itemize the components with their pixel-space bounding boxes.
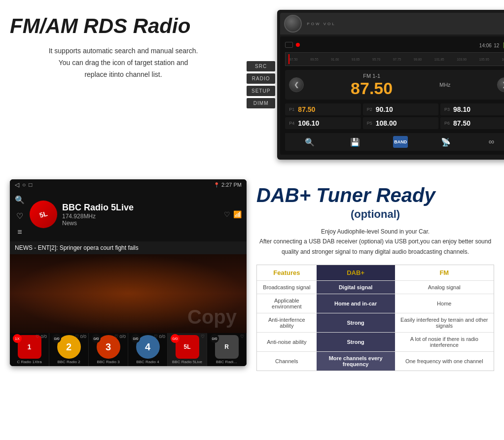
dab-channel-4-badge: 0/0	[131, 334, 140, 343]
freq-87: 87.50	[289, 58, 297, 61]
dab-station-type: News	[62, 220, 134, 227]
dab-heart-signal-area: ♡ 📶	[224, 210, 242, 218]
features-row-3: Anti-noise abilityStrongA lot of nosie i…	[257, 333, 494, 352]
freq-108: 108.00	[502, 58, 504, 61]
preset-p4[interactable]: P4 106.10	[285, 117, 360, 129]
preset-p4-label: P4	[289, 121, 296, 126]
dab-apps-icon: □	[29, 181, 32, 188]
col-features: Features	[257, 265, 317, 281]
dab-station-details: BBC Radio 5Live 174.928MHz News	[62, 203, 134, 227]
dab-desc-line1: Enjoy Audiophile-level Sound in your Car…	[321, 228, 430, 235]
dab-watermark: Copy	[187, 306, 237, 328]
radio-device-wrapper: SRC RADIO SETUP DIMM POW VOL IR	[247, 10, 504, 160]
radio-top-bar: POW VOL IR	[280, 13, 504, 34]
dab-channel-3[interactable]: 0/0 3 ♡ 0/0 BBC Radio 3	[89, 333, 128, 366]
radio-knob[interactable]	[284, 15, 302, 33]
freq-103: 103.90	[457, 58, 467, 61]
fmam-desc-line3: replace itinto channel list.	[84, 70, 162, 78]
features-row-2: Anti-interfernce abilityStrongEasily int…	[257, 313, 494, 333]
radio-device: POW VOL IR 14:06 1	[277, 10, 504, 160]
fmam-section: FM/AM RDS Radio It supports automatic se…	[0, 0, 504, 174]
dab-title: DAB+ Tuner Ready	[256, 184, 494, 206]
dab-desc-line2: After connecting a USB DAB receiver (opt…	[259, 238, 491, 245]
dab-news-text: NEWS - ENT[2]: Springer opera court figh…	[15, 244, 139, 251]
dab-subtitle: (optional)	[256, 208, 494, 221]
features-table: Features DAB+ FM Broadcasting signalDigi…	[257, 265, 494, 371]
radio-repeat-icon[interactable]: ∞	[484, 136, 499, 148]
col-dab: DAB+	[317, 265, 395, 281]
dab-status-left: ◁ ○ □	[15, 181, 33, 188]
preset-p3[interactable]: P3 98.10	[440, 103, 504, 115]
preset-p6-label: P6	[444, 121, 451, 126]
preset-p1[interactable]: P1 87.50	[285, 103, 360, 115]
dab-station-freq: 174.928MHz	[62, 213, 134, 220]
dab-search-icon[interactable]: 🔍	[15, 195, 25, 204]
radio-btn-setup[interactable]: SETUP	[247, 86, 275, 96]
radio-next-button[interactable]: ❯	[497, 77, 504, 92]
dab-ch6-logo-text: R	[224, 343, 229, 350]
dab-screen: ◁ ○ □ 📍 2:27 PM 🔍 ♡ ≡	[10, 179, 247, 366]
preset-p6[interactable]: P6 87.50	[440, 117, 504, 129]
radio-time: 14:06	[479, 43, 492, 48]
preset-p2[interactable]: P2 90.10	[363, 103, 438, 115]
features-cell-fm-2: Easily interfered by terrain and other s…	[395, 313, 494, 333]
fmam-desc-line1: It supports automatic search and manual …	[49, 47, 198, 55]
dab-content-area: 🔍 ♡ ≡ 5L BBC Radio 5Live 174.928MHz News	[10, 190, 247, 241]
dab-status-bar: ◁ ○ □ 📍 2:27 PM	[10, 179, 247, 190]
features-row-0: Broadcasting signalDigital signalAnalog …	[257, 281, 494, 294]
radio-btn-radio[interactable]: RADIO	[247, 73, 275, 84]
radio-presets: P1 87.50 P2 90.10 P3 98.10 P4	[285, 103, 504, 129]
dab-channel-2-badge: 0/0	[52, 334, 61, 343]
features-cell-fm-1: Home	[395, 294, 494, 313]
freq-95: 95.70	[372, 58, 380, 61]
dab-station-name: BBC Radio 5Live	[62, 203, 134, 213]
dab-ch6-name: BBC Radi…	[208, 360, 245, 364]
preset-p1-value: 87.50	[298, 105, 315, 113]
features-cell-dab-2: Strong	[317, 313, 395, 333]
radio-band-button[interactable]: BAND	[393, 136, 408, 148]
radio-time-display: 14:06 12 🔋 ↺	[479, 40, 504, 49]
dab-channels-bar: 1X 1 ♡ 0/0 C Radio 1Xtra 0/0 2 ♡ 0/0 BBC…	[10, 333, 247, 366]
dab-ch1-logo-text: 1	[28, 343, 32, 351]
dab-favorite-icon[interactable]: ♡	[224, 210, 230, 218]
radio-unit: MHz	[439, 82, 451, 88]
dab-menu-icon[interactable]: ≡	[17, 228, 22, 237]
dab-channel-4[interactable]: 0/0 4 ♡ 0/0 BBC Radio 4	[128, 333, 168, 366]
dab-channel-6[interactable]: 0/0 R ♡ BBC Radi…	[207, 333, 247, 366]
features-cell-dab-3: Strong	[317, 333, 395, 352]
dab-location-icon: 📍	[214, 182, 219, 188]
dab-background-image: Copy	[10, 254, 247, 333]
features-cell-feature-2: Anti-interfernce ability	[257, 313, 317, 333]
dab-ch4-name: BBC Radio 4	[129, 360, 166, 364]
features-table-wrapper: Features DAB+ FM Broadcasting signalDigi…	[256, 265, 494, 371]
radio-main-display: ❮ FM 1-1 87.50 MHz ❯	[285, 70, 504, 100]
radio-screen-icons-left	[285, 42, 300, 48]
features-cell-fm-3: A lot of nosie if there is radio interfe…	[395, 333, 494, 352]
freq-91: 91.60	[331, 58, 339, 61]
radio-btn-src[interactable]: SRC	[247, 61, 275, 71]
dab-home-icon: ○	[22, 181, 26, 188]
radio-pow-vol-label: POW VOL	[307, 22, 335, 26]
radio-prev-button[interactable]: ❮	[289, 77, 304, 92]
fmam-title: FM/AM RDS Radio	[10, 15, 237, 37]
preset-p2-value: 90.10	[376, 105, 393, 113]
radio-side-buttons: SRC RADIO SETUP DIMM	[247, 10, 275, 160]
dab-channel-5live[interactable]: 0/0 5L ♡ BBC Radio 5Live	[168, 333, 207, 366]
dab-heart-icon[interactable]: ♡	[16, 211, 23, 221]
freq-scale-bar: 87.50 89.55 91.60 93.65 95.70 97.75 99.8…	[285, 52, 504, 66]
dab-ch3-logo-text: 3	[106, 341, 111, 353]
fmam-desc-line2: You can drag the icon of target station …	[59, 59, 188, 67]
dab-channel-1xtra[interactable]: 1X 1 ♡ 0/0 C Radio 1Xtra	[10, 333, 49, 366]
dab-ch2-logo-text: 2	[66, 341, 72, 353]
preset-p5[interactable]: P5 108.00	[363, 117, 438, 129]
radio-btn-dimm[interactable]: DIMM	[247, 98, 275, 108]
dab-logo-text: 5L	[38, 209, 48, 219]
radio-save-icon[interactable]: 💾	[348, 136, 362, 148]
dab-ch2-name: BBC Radio 2	[50, 360, 87, 364]
radio-search-icon[interactable]: 🔍	[302, 136, 317, 148]
radio-signal-icon[interactable]: 📡	[438, 136, 453, 148]
dab-status-center: 📍 2:27 PM	[214, 182, 242, 188]
dab-channel-2[interactable]: 0/0 2 ♡ 0/0 BBC Radio 2	[49, 333, 89, 366]
preset-p4-value: 106.10	[298, 119, 319, 127]
features-cell-dab-1: Home and in-car	[317, 294, 395, 313]
